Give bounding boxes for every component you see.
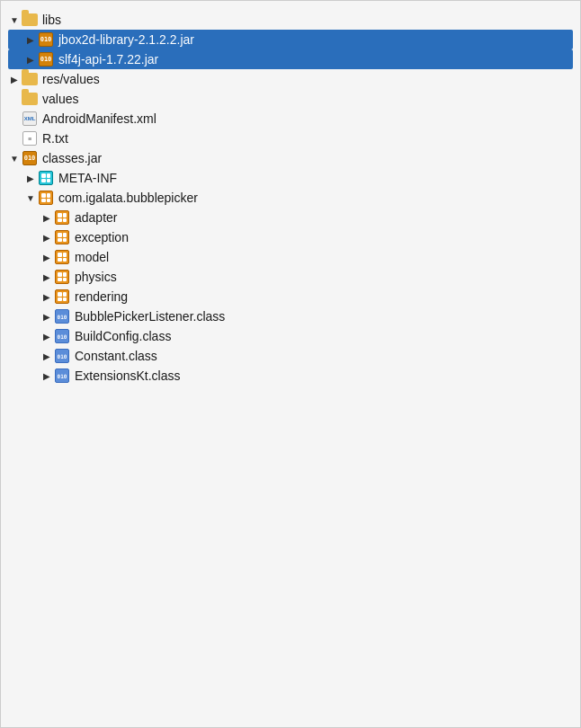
toggle-arrow-slf4j[interactable] (24, 52, 37, 67)
toggle-arrow-adapter[interactable] (40, 210, 53, 225)
tree-item-physics[interactable]: physics (8, 267, 573, 287)
icon-adapter (53, 209, 71, 226)
icon-slf4j: 010 (37, 51, 55, 67)
tree-item-resvalues[interactable]: res/values (8, 69, 573, 89)
label-physics: physics (75, 270, 117, 284)
icon-extensionskt: 010 (53, 368, 71, 384)
label-constant: Constant.class (75, 349, 157, 363)
tree-item-rendering[interactable]: rendering (8, 287, 573, 306)
label-model: model (75, 250, 109, 264)
label-androidmanifest: AndroidManifest.xml (42, 111, 156, 126)
icon-constant: 010 (53, 348, 71, 364)
tree-item-jbox2d[interactable]: 010jbox2d-library-2.1.2.2.jar (8, 30, 573, 49)
icon-rtxt: ≡ (21, 130, 39, 146)
tree-item-bubblepickerlistener[interactable]: 010BubblePickerListener.class (8, 306, 573, 326)
icon-rendering (53, 289, 71, 305)
tree-item-androidmanifest[interactable]: XMLAndroidManifest.xml (8, 109, 573, 129)
tree-item-adapter[interactable]: adapter (8, 208, 573, 227)
label-rtxt: R.txt (42, 131, 68, 146)
toggle-arrow-jbox2d[interactable] (24, 32, 37, 47)
label-values: values (42, 92, 78, 106)
label-classesjar: classes.jar (42, 151, 102, 165)
toggle-arrow-resvalues[interactable] (8, 72, 21, 86)
tree-item-extensionskt[interactable]: 010ExtensionsKt.class (8, 366, 573, 386)
icon-libs (21, 12, 39, 28)
icon-resvalues (21, 71, 39, 87)
file-tree[interactable]: libs010jbox2d-library-2.1.2.2.jar010slf4… (1, 1, 580, 727)
icon-physics (53, 269, 71, 285)
toggle-arrow-bubblepickerlistener[interactable] (40, 309, 53, 324)
tree-item-exception[interactable]: exception (8, 227, 573, 247)
tree-item-bubblepicker[interactable]: com.igalata.bubblepicker (8, 188, 573, 208)
icon-jbox2d: 010 (37, 31, 55, 48)
label-buildconfig: BuildConfig.class (75, 329, 171, 343)
toggle-arrow-extensionskt[interactable] (40, 368, 53, 383)
toggle-arrow-libs[interactable] (8, 13, 21, 27)
toggle-arrow-model[interactable] (40, 250, 53, 264)
label-bubblepicker: com.igalata.bubblepicker (58, 191, 198, 205)
icon-model (53, 249, 71, 265)
label-jbox2d: jbox2d-library-2.1.2.2.jar (58, 32, 194, 47)
tree-item-slf4j[interactable]: 010slf4j-api-1.7.22.jar (8, 49, 573, 69)
icon-exception (53, 229, 71, 245)
label-libs: libs (42, 13, 61, 27)
icon-values (21, 91, 39, 107)
icon-classesjar: 010 (21, 150, 39, 166)
tree-item-rtxt[interactable]: ≡R.txt (8, 129, 573, 148)
toggle-arrow-buildconfig[interactable] (40, 329, 53, 343)
label-bubblepickerlistener: BubblePickerListener.class (75, 309, 225, 324)
icon-androidmanifest: XML (21, 111, 39, 127)
toggle-arrow-bubblepicker[interactable] (24, 191, 37, 205)
label-exception: exception (75, 230, 129, 244)
tree-item-constant[interactable]: 010Constant.class (8, 346, 573, 366)
icon-bubblepicker (37, 190, 55, 206)
toggle-arrow-rendering[interactable] (40, 289, 53, 304)
tree-item-model[interactable]: model (8, 247, 573, 267)
tree-item-buildconfig[interactable]: 010BuildConfig.class (8, 326, 573, 346)
tree-item-libs[interactable]: libs (8, 10, 573, 30)
tree-item-values[interactable]: values (8, 89, 573, 109)
label-resvalues: res/values (42, 72, 100, 86)
toggle-arrow-exception[interactable] (40, 230, 53, 244)
toggle-arrow-constant[interactable] (40, 349, 53, 363)
label-metainf: META-INF (58, 171, 117, 185)
tree-item-metainf[interactable]: META-INF (8, 168, 573, 188)
label-rendering: rendering (75, 289, 128, 304)
icon-bubblepickerlistener: 010 (53, 308, 71, 324)
label-adapter: adapter (75, 210, 117, 225)
label-extensionskt: ExtensionsKt.class (75, 368, 181, 383)
icon-buildconfig: 010 (53, 328, 71, 344)
tree-item-classesjar[interactable]: 010classes.jar (8, 148, 573, 168)
icon-metainf (37, 170, 55, 186)
label-slf4j: slf4j-api-1.7.22.jar (58, 52, 158, 67)
toggle-arrow-metainf[interactable] (24, 171, 37, 185)
toggle-arrow-classesjar[interactable] (8, 151, 21, 165)
toggle-arrow-physics[interactable] (40, 270, 53, 284)
